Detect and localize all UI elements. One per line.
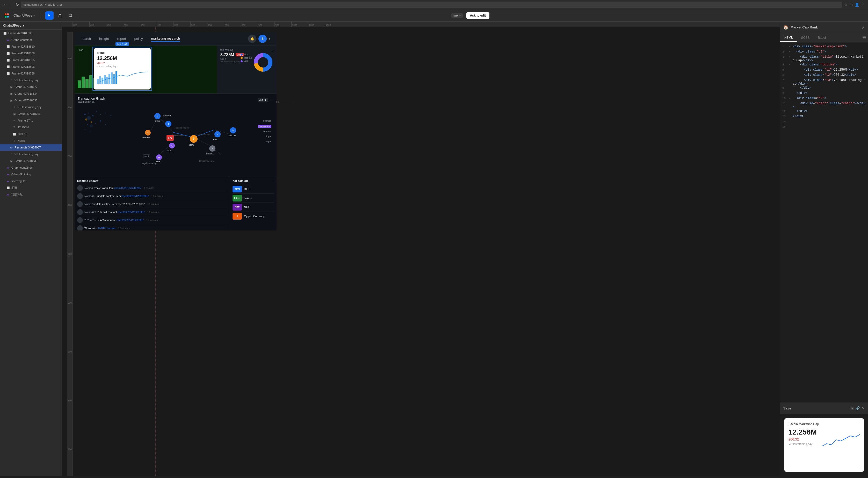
layer-item-vs-last-1[interactable]: T VS last trading day [0, 77, 62, 83]
period-selector[interactable]: 30d ▼ [258, 98, 268, 102]
layer-item-frame-810[interactable]: ⬜ Frame 427318810 [0, 43, 62, 50]
layer-item-group-633[interactable]: ▣ Group 427318633 [0, 158, 62, 164]
layer-item-news[interactable]: T News [0, 137, 62, 144]
panel-header[interactable]: ChainUPeye ▾ [0, 22, 62, 30]
feed-item-6: Whale alert 0xBTC transfer 12 minutes [77, 224, 227, 231]
top-catalog-card: top catalog 3.735M 381.5 588 ↑ VS last t… [217, 45, 277, 93]
home-icon[interactable]: 🏠 [783, 25, 788, 30]
nav-link-policy[interactable]: policy [134, 36, 143, 42]
nav-link-search[interactable]: search [81, 36, 91, 42]
catalog-item-nft[interactable]: NFT NFT [232, 203, 274, 212]
nav-link-report[interactable]: report [117, 36, 126, 42]
panel-header-title: ChainUPeye [3, 24, 21, 27]
bar [82, 76, 85, 88]
feed-time-2: 10 minutes [152, 195, 163, 197]
layer-item-group-634[interactable]: ▣ Group 427318634 [0, 90, 62, 97]
lines-icon: ≡ [12, 119, 16, 122]
feed-time-4: 10 minutes [147, 211, 159, 213]
catalog-item-crypto[interactable]: ₿ Cyrpto Currency [232, 212, 274, 220]
layer-item-frame-2741[interactable]: ≡ Frame 2741 [0, 117, 62, 124]
layer-item-group-777[interactable]: ▣ Group 427318777 [0, 83, 62, 90]
collapse-icon[interactable]: ⤡ [862, 406, 865, 410]
tab-babel[interactable]: Babel [814, 34, 830, 42]
layer-item-编组16[interactable]: ⬜ 编组 16 [0, 131, 62, 137]
catalog-item-token[interactable]: token Token [232, 194, 274, 203]
more-options-button[interactable]: ··· [271, 47, 275, 52]
layer-item-graph-container-2[interactable]: ◈ Graph-container [0, 164, 62, 171]
user-avatar[interactable]: Z [258, 35, 267, 43]
frame-icon: ⬜ [3, 31, 7, 35]
layer-item-group-766[interactable]: ▣ Group 427318766 [0, 110, 62, 117]
layer-item-vs-last-3[interactable]: T VS last trading day [0, 151, 62, 158]
layer-item-rect-34624007[interactable]: ▭ Rectangle 34624007 [0, 144, 62, 151]
layer-item-frame-768[interactable]: ⬜ Frame 427318768 [0, 70, 62, 77]
more-realtime-button[interactable]: ··· [224, 179, 227, 182]
hand-tool[interactable] [56, 11, 64, 20]
layer-label: Group 427318777 [14, 86, 37, 89]
layer-item-filter[interactable]: ◈ filter/regular [0, 178, 62, 184]
layer-item-frame-806[interactable]: ⬜ Frame 427318806 [0, 63, 62, 70]
layer-item-图谱[interactable]: ⬜ 图谱 [0, 184, 62, 191]
layer-label: News [18, 139, 25, 142]
code-editor[interactable]: 1 ▾ <div class="market-cap-rank"> 2 ▾ <d… [780, 42, 868, 403]
hot-catalog-title: hot catalog [232, 179, 248, 182]
code-line-6: 6 <div class="t2">206.32</div> [780, 73, 868, 78]
tab-scss[interactable]: SCSS [797, 34, 814, 42]
layer-item-graph-container[interactable]: ◈ Graph-container [0, 36, 62, 43]
layer-label: filter/regular [11, 179, 26, 182]
node-balance1-label: balance [163, 114, 171, 117]
back-button[interactable]: ← [3, 2, 7, 7]
tab-html[interactable]: HTML [780, 34, 797, 42]
layer-item-frame-805[interactable]: ⬜ Frame 427318805 [0, 57, 62, 63]
copy-icon[interactable]: ⎘ [851, 406, 853, 410]
layer-label: Frame 427318808 [11, 52, 35, 55]
layer-item-vs-last-2[interactable]: T VS last trading day [0, 104, 62, 110]
svg-point-18 [95, 123, 96, 124]
component-icon: ◈ [6, 179, 10, 183]
layer-item-frame-808[interactable]: ⬜ Frame 427318808 [0, 50, 62, 57]
select-tool[interactable] [45, 11, 54, 20]
project-name[interactable]: ChainUPeye ▾ [13, 13, 35, 17]
expand-panel-button[interactable]: ⤢ [862, 25, 865, 30]
profile-icon[interactable]: 👤 [855, 3, 859, 7]
ruler-mark: 950 [275, 22, 291, 27]
extension-icon[interactable]: ⊞ [849, 3, 853, 7]
layer-label: Group 427318634 [14, 92, 37, 95]
ask-edit-button[interactable]: Ask to edit [466, 12, 489, 19]
tab-options-button[interactable]: ☰ [860, 33, 868, 42]
more-options-left-button[interactable]: ··· [76, 47, 80, 52]
menu-icon[interactable]: ⋮ [861, 3, 865, 7]
app-frame: search insight report policy marketing r… [74, 32, 277, 231]
layer-item-others[interactable]: ◈ Others/Pointing [0, 171, 62, 178]
more-catalog-button[interactable]: ··· [271, 179, 274, 182]
frame-icon: ⬜ [6, 72, 10, 75]
link-icon[interactable]: 🔗 [855, 406, 860, 410]
canvas-area[interactable]: 350 400 450 500 550 600 650 700 750 800 … [62, 22, 780, 476]
refresh-button[interactable]: ↻ [16, 2, 19, 7]
feed-avatar-2 [77, 193, 83, 199]
graph-container: $2,000,000.00 $2,000,000.00 $2,000,000.0… [116, 104, 271, 171]
forward-button[interactable]: → [9, 2, 13, 7]
user-pill[interactable]: me ▾ [451, 13, 463, 19]
more-options-transaction-button[interactable]: ··· [270, 98, 274, 102]
catalog-item-defi[interactable]: DEFI DEFI [232, 185, 274, 194]
save-button[interactable]: Save [783, 406, 849, 410]
nft-label: NFT [244, 206, 249, 209]
layer-item-frame-812[interactable]: ⬜ Frame 427318812 [0, 30, 62, 36]
layer-item-group-635[interactable]: ▣ Group 427318635 [0, 97, 62, 104]
group-icon: ▣ [9, 85, 13, 89]
code-line-11: 11 <div id="chart" class="chart"></div> [780, 101, 868, 109]
layer-item-顶部导航[interactable]: ◈ 顶部导航 [0, 191, 62, 198]
nav-link-marketing[interactable]: marketing research [151, 35, 180, 42]
donut-chart [253, 52, 274, 73]
more-options-tl-button[interactable]: ··· [76, 96, 80, 100]
canvas-content[interactable]: 100200300400500600700800900 search insig… [67, 27, 780, 476]
comment-tool[interactable] [66, 11, 74, 20]
notification-button[interactable]: 🔔 [248, 35, 256, 43]
nav-link-insight[interactable]: insight [99, 36, 109, 42]
svg-text:$2,000,000.00: $2,000,000.00 [196, 133, 210, 136]
dropdown-arrow-icon[interactable]: ▾ [269, 37, 270, 41]
bookmark-icon[interactable]: ☆ [844, 3, 847, 7]
url-bar[interactable]: figma.com/file/...?node-id=...15 [21, 2, 842, 8]
layer-item-value[interactable]: T 12.256M [0, 124, 62, 131]
